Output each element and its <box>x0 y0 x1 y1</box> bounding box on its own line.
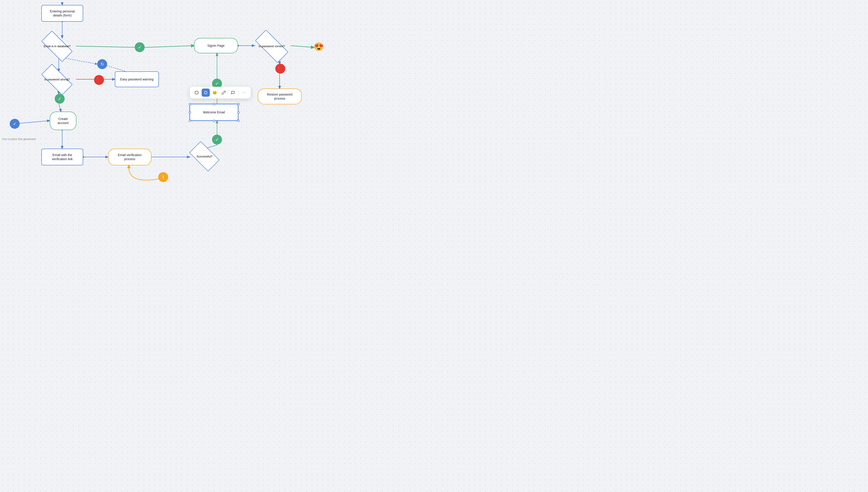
node-easy-password-label: Easy password warning <box>120 77 154 81</box>
toolbar-comment-btn[interactable] <box>229 89 237 97</box>
node-easy-password-warning[interactable]: Easy password warning <box>115 71 159 87</box>
handle-br[interactable] <box>237 120 240 122</box>
node-email-in-db[interactable]: Email is in database? <box>40 38 75 54</box>
toolbar-more-btn[interactable]: ··· <box>240 89 248 97</box>
icon-check-successful: ✓ <box>212 134 222 145</box>
icon-no-password: 🚫 <box>94 75 104 85</box>
node-email-verification-link-label: Email with the verification link <box>52 153 73 161</box>
handle-tr[interactable] <box>237 103 240 105</box>
handle-mr[interactable] <box>237 112 240 114</box>
node-password-correct-label: Is password correct? <box>259 45 285 48</box>
toolbar-emoji-btn[interactable]: 😊 <box>211 89 219 97</box>
svg-line-3 <box>145 46 194 47</box>
icon-no-password-correct: 🚫 <box>275 64 285 74</box>
node-restore-password-label: Restore password process <box>267 92 292 100</box>
node-successful[interactable]: Successful? <box>188 147 221 165</box>
node-email-verification-process[interactable]: Email verification process <box>108 149 151 165</box>
node-create-account[interactable]: Create account <box>50 112 76 130</box>
diagram-canvas: Entering personal details (form) Email i… <box>0 0 329 190</box>
node-restore-password[interactable]: Restore password process <box>258 89 302 104</box>
toolbar-link-btn[interactable] <box>220 89 228 97</box>
handle-tl[interactable] <box>189 103 191 105</box>
node-email-verification-process-label: Email verification process <box>118 153 142 161</box>
node-successful-label: Successful? <box>196 155 212 158</box>
node-password-correct[interactable]: Is password correct? <box>253 38 291 55</box>
icon-check-password-strong: ✓ <box>55 94 65 104</box>
node-toolbar[interactable]: 😊 ··· <box>190 87 251 98</box>
svg-line-5 <box>66 58 97 64</box>
svg-line-10 <box>59 104 61 112</box>
icon-check-left: ✓ <box>10 119 20 129</box>
node-signin-page-label: SignIn Page <box>207 44 225 48</box>
node-welcome-email-label: Welcome Email <box>203 110 225 114</box>
icon-warning: ! <box>158 172 168 182</box>
node-password-strong[interactable]: Is password strong? <box>40 71 75 88</box>
node-email-in-db-label: Email is in database? <box>44 45 71 48</box>
emoji-love: 😍 <box>314 42 324 51</box>
node-create-account-label: Create account <box>57 117 69 125</box>
toolbar-circle-btn[interactable] <box>202 89 210 97</box>
node-email-verification-link[interactable]: Email with the verification link <box>41 149 83 165</box>
toolbar-rect-btn[interactable] <box>193 89 201 97</box>
svg-point-37 <box>204 91 207 94</box>
svg-line-11 <box>15 121 50 124</box>
handle-bm[interactable] <box>213 120 215 122</box>
node-password-strong-label: Is password strong? <box>45 78 70 81</box>
svg-line-22 <box>291 46 314 47</box>
svg-rect-36 <box>195 91 198 94</box>
node-entering-details[interactable]: Entering personal details (form) <box>41 5 83 22</box>
node-entering-details-label: Entering personal details (form) <box>50 9 75 17</box>
handle-bl[interactable] <box>189 120 191 122</box>
svg-line-2 <box>76 46 140 47</box>
diagram-label-custom-link: Use custom link generator <box>2 137 36 141</box>
icon-check-email-db: ✓ <box>135 42 145 52</box>
node-signin-page[interactable]: SignIn Page <box>194 38 238 53</box>
icon-refresh: ↻ <box>97 59 107 69</box>
node-welcome-email[interactable]: Welcome Email <box>190 104 238 121</box>
handle-tm[interactable] <box>213 103 215 105</box>
handle-ml[interactable] <box>189 112 191 114</box>
